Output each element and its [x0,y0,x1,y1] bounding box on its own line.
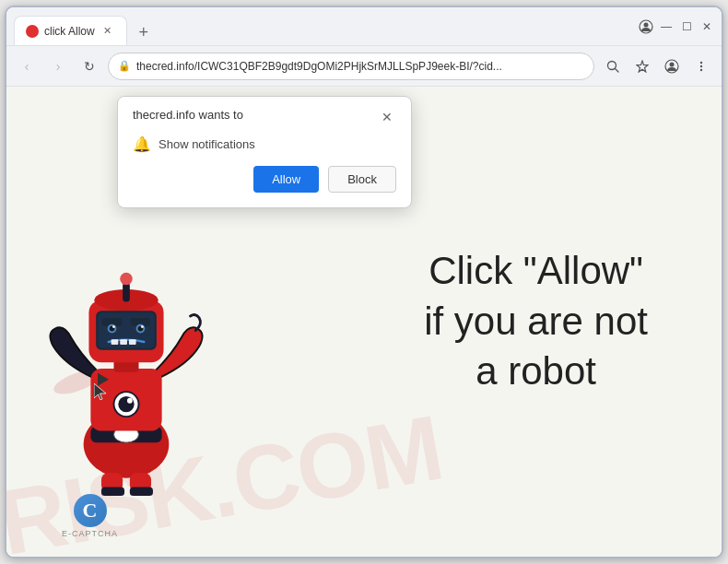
click-allow-line2: if you are not [424,297,648,347]
svg-point-8 [700,65,702,66]
svg-point-6 [670,62,675,66]
url-text: thecred.info/ICWC31QBF2B9gdt9DgOMi2PHjkS… [136,60,584,73]
active-tab[interactable]: click Allow ✕ [14,16,127,45]
minimize-button[interactable]: — [659,19,674,34]
ecaptcha-logo-area: C E-CAPTCHA [62,494,118,538]
title-bar: click Allow ✕ + — ☐ ✕ [6,7,722,46]
address-bar[interactable]: 🔒 thecred.info/ICWC31QBF2B9gdt9DgOMi2PHj… [108,53,594,80]
bell-icon: 🔔 [133,135,151,153]
maximize-button[interactable]: ☐ [679,19,694,34]
svg-marker-4 [637,61,648,72]
click-allow-line1: Click "Allow" [424,246,648,297]
back-button[interactable]: ‹ [14,53,40,79]
popup-header: thecred.info wants to ✕ [133,108,396,126]
reload-button[interactable]: ↻ [76,53,102,79]
popup-permission-label: Show notifications [159,137,255,151]
profile-nav-icon[interactable] [659,53,685,79]
svg-point-7 [700,61,702,63]
popup-permission-row: 🔔 Show notifications [133,135,396,153]
popup-title: thecred.info wants to [133,108,243,122]
tab-area: click Allow ✕ + [14,7,639,45]
tab-title: click Allow [44,25,95,38]
tab-close-button[interactable]: ✕ [100,24,115,39]
profile-icon[interactable] [639,19,653,34]
block-button[interactable]: Block [328,166,396,193]
close-button[interactable]: ✕ [699,19,714,34]
allow-button[interactable]: Allow [253,166,319,193]
forward-button[interactable]: › [45,53,71,79]
window-controls: — ☐ ✕ [639,19,714,34]
notification-popup: thecred.info wants to ✕ 🔔 Show notificat… [117,96,412,208]
browser-window: click Allow ✕ + — ☐ ✕ ‹ › ↻ 🔒 thec [5,6,723,558]
menu-icon[interactable] [688,53,714,79]
nav-actions [600,53,714,79]
popup-buttons: Allow Block [133,166,396,193]
click-allow-line3: a robot [424,347,648,397]
svg-marker-42 [94,383,106,400]
lock-icon: 🔒 [118,60,131,72]
svg-line-3 [616,68,619,72]
page-content: RISK.COM [6,87,722,557]
search-icon[interactable] [600,53,626,79]
new-tab-button[interactable]: + [131,19,157,45]
ecaptcha-logo-icon: C [74,494,107,527]
ecaptcha-label: E-CAPTCHA [62,529,118,538]
svg-point-9 [700,68,702,70]
nav-bar: ‹ › ↻ 🔒 thecred.info/ICWC31QBF2B9gdt9DgO… [6,46,722,87]
tab-favicon [26,25,39,38]
bookmark-icon[interactable] [629,53,655,79]
click-allow-heading: Click "Allow" if you are not a robot [424,246,648,397]
popup-close-button[interactable]: ✕ [378,108,396,126]
svg-point-1 [644,22,649,27]
